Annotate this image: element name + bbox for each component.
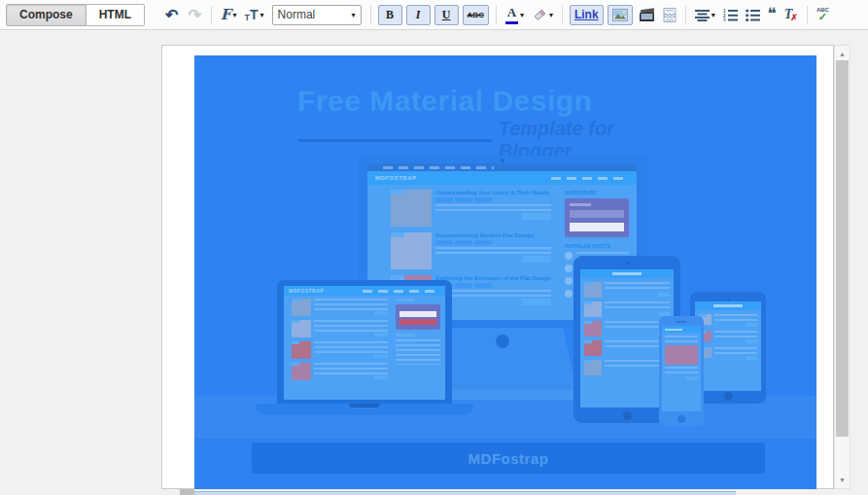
- compose-tab[interactable]: Compose: [6, 4, 87, 26]
- chevron-down-icon: ▾: [520, 11, 524, 19]
- undo-button[interactable]: ↶: [160, 0, 183, 30]
- text-color-icon: A: [505, 5, 518, 24]
- mock-meta-chips: [435, 240, 551, 245]
- scroll-up-button[interactable]: ▲: [835, 47, 850, 61]
- monitor-logo-dot: [496, 335, 509, 348]
- mock-heading-bar: [396, 334, 415, 336]
- mock-navbar: [695, 301, 761, 310]
- bullet-list-button[interactable]: [746, 9, 760, 21]
- phone-mockup: [659, 316, 704, 426]
- font-size-icon: TT: [245, 7, 259, 22]
- strikethrough-icon: ABC: [468, 11, 484, 19]
- mock-text-lines: [665, 336, 698, 343]
- bold-button[interactable]: B: [378, 5, 402, 25]
- html-tab[interactable]: HTML: [86, 4, 145, 26]
- link-label: Link: [574, 8, 599, 21]
- laptop-base: [256, 404, 473, 415]
- mock-post-title: Deconstructing Modern Flat Design: [435, 232, 551, 238]
- mock-post-title: Understanding Your Users & Their Needs: [435, 190, 551, 195]
- mock-navbar: MDFOSTRAP: [367, 171, 637, 185]
- post-image[interactable]: Free Material Design Template for Blogge…: [194, 55, 816, 489]
- editor-canvas[interactable]: Free Material Design Template for Blogge…: [161, 45, 834, 489]
- insert-image-button[interactable]: [608, 5, 633, 25]
- spellcheck-button[interactable]: ABC ✓: [816, 7, 829, 22]
- remove-formatting-button[interactable]: T ✗: [784, 7, 798, 22]
- mock-heading-bar: [396, 299, 415, 301]
- mock-post-card: Deconstructing Modern Flat Design: [391, 232, 551, 269]
- image-title: Free Material Design: [297, 85, 592, 118]
- mock-navbar: [580, 269, 674, 278]
- insert-jump-break-button[interactable]: [663, 8, 677, 22]
- toolbar-divider: [370, 6, 371, 24]
- toolbar-divider: [685, 6, 686, 24]
- mock-post-row: [695, 343, 761, 360]
- toolbar-divider: [562, 6, 563, 24]
- mock-post-list: [292, 299, 388, 384]
- numbered-list-icon: 1 2 3: [723, 9, 738, 21]
- chevron-down-icon: ▾: [712, 11, 715, 19]
- paragraph-format-select[interactable]: Normal ▾: [272, 5, 362, 25]
- mock-page-body: [662, 333, 701, 380]
- mock-thumbnail: [391, 190, 432, 227]
- text-color-button[interactable]: A ▾: [502, 4, 528, 25]
- film-clapper-icon: [639, 8, 655, 22]
- strikethrough-button[interactable]: ABC: [463, 5, 489, 25]
- underline-button[interactable]: U: [434, 5, 459, 25]
- chevron-down-icon: ▾: [232, 11, 236, 19]
- bullet-list-icon: [746, 9, 760, 21]
- eraser-icon: [532, 8, 547, 21]
- green-check-icon: ✓: [818, 12, 827, 22]
- image-footer-bar: MDFostrap: [252, 442, 765, 474]
- mock-post-card: Understanding Your Users & Their Needs: [391, 190, 551, 227]
- alignment-button[interactable]: ▾: [691, 4, 719, 25]
- mock-readmore: [522, 299, 551, 305]
- redo-button[interactable]: ↷: [183, 0, 205, 30]
- phone-screen: [662, 326, 701, 411]
- font-family-button[interactable]: F ▾: [217, 4, 241, 25]
- mock-readmore: [686, 376, 698, 380]
- chevron-down-icon: ▾: [352, 11, 356, 19]
- mock-text-lines: [435, 290, 551, 297]
- mock-text-lines: [665, 367, 698, 374]
- mock-post-row: [695, 310, 761, 327]
- font-size-button[interactable]: TT ▾: [241, 4, 268, 25]
- format-value: Normal: [278, 8, 352, 21]
- highlight-color-button[interactable]: ▾: [528, 4, 557, 25]
- mock-post-body: Understanding Your Users & Their Needs: [435, 190, 551, 227]
- mock-post-title: Exploring the Evolution of the Flat Desi…: [435, 275, 551, 281]
- resize-handle[interactable]: [180, 489, 194, 495]
- next-content-edge: [194, 491, 736, 495]
- home-button-icon: [724, 392, 733, 401]
- vertical-scrollbar[interactable]: ▲ ▼: [834, 45, 851, 489]
- mock-post-body: Deconstructing Modern Flat Design: [435, 232, 551, 269]
- laptop-mockup: MDFOSTRAP: [277, 280, 452, 404]
- scrollbar-thumb[interactable]: [836, 60, 849, 437]
- mock-post-card: [292, 320, 388, 337]
- mock-thumbnail: [665, 345, 698, 365]
- page-break-icon: [663, 8, 677, 22]
- mock-post-row: [580, 278, 674, 298]
- mock-post-card: [292, 363, 388, 380]
- home-button-icon: [677, 415, 685, 423]
- mock-text-lines: [396, 339, 440, 365]
- blockquote-button[interactable]: ❝: [768, 5, 777, 24]
- toolbar-divider: [496, 6, 497, 24]
- numbered-list-button[interactable]: 1 2 3: [723, 9, 738, 21]
- insert-video-button[interactable]: [639, 8, 655, 22]
- camera-dot-icon: [626, 262, 629, 265]
- mock-readmore: [522, 213, 551, 220]
- italic-button[interactable]: I: [406, 5, 431, 25]
- chevron-down-icon: ▾: [260, 11, 264, 19]
- scroll-down-button[interactable]: ▼: [835, 473, 850, 487]
- mock-nav-links: [363, 290, 440, 293]
- speaker-icon: [676, 321, 687, 323]
- mock-subscribe-label: SUBSCRIBE: [565, 190, 629, 195]
- italic-icon: I: [416, 8, 421, 22]
- mock-thumbnail: [391, 232, 432, 269]
- mock-post-row: [580, 298, 674, 317]
- mock-nav-links: [551, 177, 629, 180]
- mock-text-lines: [435, 204, 551, 211]
- insert-link-button[interactable]: Link: [570, 5, 604, 25]
- svg-text:3: 3: [723, 18, 726, 21]
- mock-subscribe-box: [396, 304, 440, 330]
